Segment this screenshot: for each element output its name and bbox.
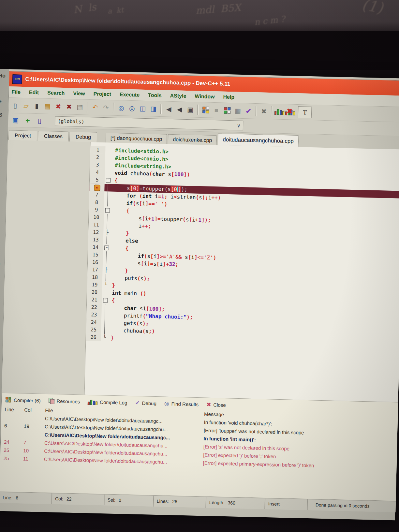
line-number: 15 xyxy=(88,251,103,259)
line-number: 22 xyxy=(87,303,102,311)
error-line-cell xyxy=(5,418,22,418)
open-file-icon[interactable]: ▤ xyxy=(42,101,53,112)
tab-compile-log[interactable]: Compile Log xyxy=(88,398,127,406)
handwriting-scribble: a kt xyxy=(107,6,124,15)
syntax-check-icon-glyph: ■ xyxy=(214,106,218,114)
print-icon[interactable]: ▤ xyxy=(74,101,85,113)
fold-marker: ├ xyxy=(102,266,110,274)
compiler-panel: Compiler (6)ResourcesCompile Log✔Debug◎F… xyxy=(0,393,398,501)
tab-find-results-icon: ◎ xyxy=(164,400,169,407)
compile-run-icon-glyph: ▣ xyxy=(187,106,193,113)
fold-marker[interactable]: − xyxy=(104,206,111,214)
compile-icon[interactable]: ◀ xyxy=(163,103,174,115)
add-watch-icon[interactable]: + xyxy=(22,115,33,126)
fold-marker[interactable]: − xyxy=(105,176,112,184)
run-icon[interactable]: ◀ xyxy=(174,104,185,115)
fold-marker xyxy=(105,169,112,177)
editor-tab[interactable]: doichuxenke.cpp xyxy=(168,134,217,145)
toggle-bookmark-icon[interactable]: ▯ xyxy=(34,115,45,126)
goto-line-icon[interactable]: ◨ xyxy=(148,103,159,114)
devcpp-window: DEV C:\Users\AIC\Desktop\New folder\doit… xyxy=(0,71,399,512)
toggle-bookmark-icon-glyph: ▯ xyxy=(38,117,42,125)
window-layout-icon-glyph: ▦ xyxy=(235,107,241,114)
line-number: 18 xyxy=(87,273,103,281)
abort-icon[interactable]: ✖ xyxy=(259,106,270,117)
project-options-icon[interactable] xyxy=(222,105,233,116)
profile-icon[interactable] xyxy=(274,106,285,117)
photo-background-dark-band xyxy=(0,31,399,70)
close-file-icon[interactable]: ✖ xyxy=(53,101,64,112)
undo-icon[interactable]: ↶ xyxy=(90,102,101,113)
background-edge-text: n xyxy=(0,260,1,266)
fold-collapse-icon[interactable]: − xyxy=(104,245,109,250)
editor-tab[interactable]: doitudaucausangchuhoa.cpp xyxy=(218,133,299,147)
replace-icon[interactable]: ◫ xyxy=(137,103,148,114)
line-number: 8 xyxy=(89,199,104,206)
line-number: ✖ xyxy=(89,184,105,191)
new-file-icon[interactable]: ▯ xyxy=(10,100,21,111)
line-number: 10 xyxy=(89,214,104,221)
check-syntax-icon[interactable]: ✔ xyxy=(243,105,254,117)
menu-item-window[interactable]: Window xyxy=(195,94,215,100)
menu-item-view[interactable]: View xyxy=(73,91,85,97)
fold-collapse-icon[interactable]: − xyxy=(105,208,110,213)
tab-debug[interactable]: ✔Debug xyxy=(135,399,156,407)
sidebar-tab-classes[interactable]: Classes xyxy=(38,131,69,141)
goto-line-icon-glyph: ◨ xyxy=(150,105,156,112)
toolbar-separator xyxy=(197,105,199,115)
find-in-files-icon[interactable]: ◎ xyxy=(126,103,138,114)
menu-item-help[interactable]: Help xyxy=(223,94,234,100)
chevron-down-icon[interactable]: ∨ xyxy=(237,122,240,128)
fold-marker xyxy=(101,319,109,327)
fold-collapse-icon[interactable]: − xyxy=(103,298,108,303)
compile-run-icon[interactable]: ▣ xyxy=(185,104,196,115)
handwriting-scribble: N ls xyxy=(73,1,97,15)
menu-item-tools[interactable]: Tools xyxy=(148,92,162,98)
undo-icon-glyph: ↶ xyxy=(92,103,98,111)
sidebar-tab-project[interactable]: Project xyxy=(8,130,37,141)
fold-marker xyxy=(104,191,112,199)
redo-icon[interactable]: ↷ xyxy=(100,102,111,113)
tab-debug-label: Debug xyxy=(142,400,156,406)
back-page-icon[interactable]: ▣ xyxy=(10,114,21,126)
menu-item-astyle[interactable]: AStyle xyxy=(170,93,186,99)
menu-item-file[interactable]: File xyxy=(11,89,21,95)
fold-marker xyxy=(105,154,112,162)
line-number: 1 xyxy=(90,146,106,154)
menu-item-edit[interactable]: Edit xyxy=(29,90,39,96)
status-field-lines: Lines:26 xyxy=(154,495,206,508)
tab-compiler-icon xyxy=(6,397,11,402)
fold-collapse-icon[interactable]: − xyxy=(106,178,111,183)
code-editor[interactable]: 1#include<stdio.h>2#include<conio.h>3#in… xyxy=(85,142,399,402)
tab-find-results[interactable]: ◎Find Results xyxy=(164,400,199,407)
column-header-col[interactable]: Col xyxy=(24,407,42,413)
menu-item-search[interactable]: Search xyxy=(47,90,65,96)
editor-tab[interactable]: [*] daonguocchuoi.cpp xyxy=(106,133,167,144)
find-icon[interactable]: ◎ xyxy=(116,102,127,114)
tab-resources-icon xyxy=(48,398,54,404)
menu-item-execute[interactable]: Execute xyxy=(120,92,140,98)
syntax-check-icon[interactable]: ■ xyxy=(211,105,222,116)
close-all-icon[interactable]: ✖ xyxy=(64,101,75,112)
tab-compiler[interactable]: Compiler (6) xyxy=(5,396,41,404)
globals-combobox[interactable]: (globals) ∨ xyxy=(55,116,244,130)
save-icon[interactable]: ▮ xyxy=(31,100,42,112)
window-layout-icon[interactable]: ▦ xyxy=(232,105,244,116)
new-source-icon[interactable]: ▱ xyxy=(21,100,32,111)
column-header-line[interactable]: Line xyxy=(5,406,22,412)
sidebar-tab-debug[interactable]: Debug xyxy=(69,132,97,142)
toolbar-separator xyxy=(256,106,257,116)
rebuild-all-icon[interactable] xyxy=(200,104,211,116)
fold-marker[interactable]: − xyxy=(102,296,109,304)
fold-marker[interactable]: − xyxy=(103,244,111,252)
tab-close[interactable]: ✖Close xyxy=(206,401,226,408)
menu-item-project[interactable]: Project xyxy=(93,91,111,97)
tab-resources[interactable]: Resources xyxy=(48,398,80,404)
abort-icon-glyph: ✖ xyxy=(261,107,267,115)
error-col-cell: 7 xyxy=(23,439,42,445)
toolbar-partial-button[interactable]: T xyxy=(298,106,312,118)
status-message: Done parsing in 0 seconds xyxy=(307,499,396,512)
project-panel[interactable] xyxy=(2,140,91,395)
error-col-cell: 11 xyxy=(23,456,41,462)
delete-profile-icon[interactable]: ✖ xyxy=(285,106,296,118)
